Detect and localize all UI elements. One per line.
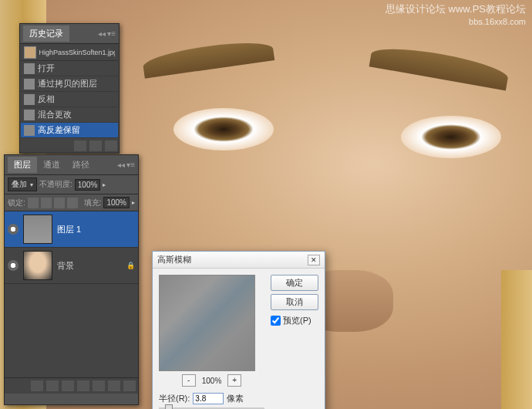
group-icon[interactable]	[93, 380, 105, 391]
layer-mask-icon[interactable]	[62, 380, 74, 391]
layers-panel-menu: ◂◂ ▾≡	[117, 161, 135, 169]
lock-transparent-icon[interactable]	[28, 198, 39, 208]
history-item-label: 反相	[38, 93, 55, 105]
history-item[interactable]: 打开	[21, 61, 118, 76]
layers-tab[interactable]: 图层	[8, 157, 37, 173]
layer-thumb[interactable]	[23, 251, 52, 280]
photo-eye-right	[401, 116, 501, 158]
zoom-in-button[interactable]: +	[227, 374, 241, 387]
panel-collapse-icon[interactable]: ◂◂	[98, 29, 106, 38]
dialog-titlebar[interactable]: 高斯模糊 ✕	[153, 252, 325, 269]
history-snapshot-row[interactable]: HighPassSkinSoften1.jpg	[21, 45, 118, 61]
photo-hair-right	[501, 270, 532, 409]
photo-eye-left	[173, 108, 274, 150]
history-panel-menu: ◂◂ ▾≡	[98, 29, 116, 38]
blend-mode-select[interactable]: 叠加	[8, 177, 37, 191]
blend-mode-value: 叠加	[12, 179, 27, 190]
watermark-line1: 思缘设计论坛 www.PS教程论坛	[386, 3, 526, 16]
close-button[interactable]: ✕	[308, 255, 320, 265]
history-item-selected[interactable]: 高反差保留	[21, 123, 118, 138]
history-item[interactable]: 通过拷贝的图层	[21, 76, 118, 92]
history-body: HighPassSkinSoften1.jpg 打开 通过拷贝的图层 反相 混合…	[20, 44, 119, 139]
history-item-label: 混合更改	[38, 109, 72, 120]
ok-button[interactable]: 确定	[271, 275, 318, 291]
radius-label: 半径(R):	[159, 393, 190, 404]
preview-checkbox[interactable]	[271, 316, 281, 326]
watermark: 思缘设计论坛 www.PS教程论坛 bbs.16xx8.com	[386, 3, 526, 27]
dialog-title: 高斯模糊	[157, 254, 191, 265]
gaussian-blur-dialog: 高斯模糊 ✕ - 100% + 半径(R): 像素 确定 取消 预览(P)	[152, 251, 325, 409]
history-item-label: 高反差保留	[38, 124, 80, 136]
history-tab[interactable]: 历史记录	[23, 25, 69, 42]
zoom-value: 100%	[202, 377, 222, 385]
delete-layer-icon[interactable]	[123, 380, 136, 391]
create-document-icon[interactable]	[74, 140, 86, 151]
layers-toolbar: 叠加 不透明度: 100% ▸	[5, 175, 138, 194]
layers-panel-header: 图层 通道 路径 ◂◂ ▾≡	[5, 155, 138, 175]
watermark-line2: bbs.16xx8.com	[386, 16, 526, 27]
fill-slider-icon[interactable]: ▸	[132, 199, 135, 206]
photo-brow-left	[142, 37, 275, 78]
create-snapshot-icon[interactable]	[89, 140, 102, 151]
lock-position-icon[interactable]	[54, 198, 65, 208]
lock-row: 锁定: 填充: 100% ▸	[5, 194, 138, 211]
visibility-icon[interactable]	[8, 260, 19, 271]
layers-panel: 图层 通道 路径 ◂◂ ▾≡ 叠加 不透明度: 100% ▸ 锁定: 填充: 1…	[4, 154, 139, 405]
lock-label: 锁定:	[8, 198, 25, 208]
opacity-slider-icon[interactable]: ▸	[103, 181, 106, 188]
snapshot-thumb	[24, 46, 36, 59]
panel-menu-icon[interactable]: ▾≡	[107, 29, 116, 38]
dialog-body: - 100% + 半径(R): 像素 确定 取消 预览(P)	[153, 269, 325, 409]
layers-body: 图层 1 背景 🔒	[5, 211, 138, 377]
lock-pixels-icon[interactable]	[41, 198, 52, 208]
radius-unit: 像素	[227, 393, 244, 404]
layer-name[interactable]: 图层 1	[57, 224, 81, 235]
history-step-icon	[24, 110, 35, 120]
photo-brow-right	[369, 42, 510, 91]
fill-label: 填充:	[84, 198, 102, 208]
fill-value[interactable]: 100%	[103, 197, 130, 208]
history-footer	[20, 139, 119, 153]
preview-checkbox-row[interactable]: 预览(P)	[271, 315, 318, 326]
visibility-icon[interactable]	[8, 224, 19, 235]
opacity-label: 不透明度:	[39, 179, 72, 190]
preview-area: - 100% + 半径(R): 像素	[159, 275, 264, 409]
channels-tab[interactable]: 通道	[37, 157, 66, 173]
preview-checkbox-label: 预览(P)	[283, 315, 311, 326]
delete-icon[interactable]	[105, 140, 117, 151]
new-layer-icon[interactable]	[108, 380, 120, 391]
layers-footer	[5, 377, 138, 394]
history-item[interactable]: 反相	[21, 92, 118, 107]
link-layers-icon[interactable]	[31, 380, 43, 391]
paths-tab[interactable]: 路径	[66, 157, 96, 173]
layer-thumb[interactable]	[23, 215, 52, 244]
lock-all-icon[interactable]	[67, 198, 78, 208]
history-panel-header: 历史记录 ◂◂ ▾≡	[20, 24, 119, 44]
adjustment-layer-icon[interactable]	[77, 380, 89, 391]
panel-menu-icon[interactable]: ▾≡	[126, 161, 135, 169]
history-panel: 历史记录 ◂◂ ▾≡ HighPassSkinSoften1.jpg 打开 通过…	[19, 23, 120, 154]
history-item[interactable]: 混合更改	[21, 107, 118, 123]
preview-controls: - 100% +	[159, 374, 264, 387]
history-step-icon	[24, 94, 35, 105]
radius-row: 半径(R): 像素	[159, 393, 264, 404]
history-item-label: 通过拷贝的图层	[38, 78, 97, 90]
opacity-value[interactable]: 100%	[75, 179, 101, 191]
dialog-buttons: 确定 取消 预览(P)	[271, 275, 318, 409]
layer-name[interactable]: 背景	[57, 260, 74, 272]
cancel-button[interactable]: 取消	[271, 294, 318, 310]
zoom-out-button[interactable]: -	[182, 374, 196, 387]
layer-row[interactable]: 背景 🔒	[5, 248, 138, 284]
layer-style-icon[interactable]	[46, 380, 59, 391]
radius-input[interactable]	[193, 393, 224, 404]
history-step-icon	[24, 125, 35, 136]
panel-collapse-icon[interactable]: ◂◂	[117, 161, 125, 169]
snapshot-name: HighPassSkinSoften1.jpg	[39, 49, 115, 56]
history-step-icon	[24, 63, 35, 74]
layer-row-selected[interactable]: 图层 1	[5, 211, 138, 248]
history-item-label: 打开	[38, 63, 55, 74]
history-step-icon	[24, 79, 35, 90]
preview-image[interactable]	[159, 275, 255, 371]
lock-icon: 🔒	[126, 262, 135, 269]
